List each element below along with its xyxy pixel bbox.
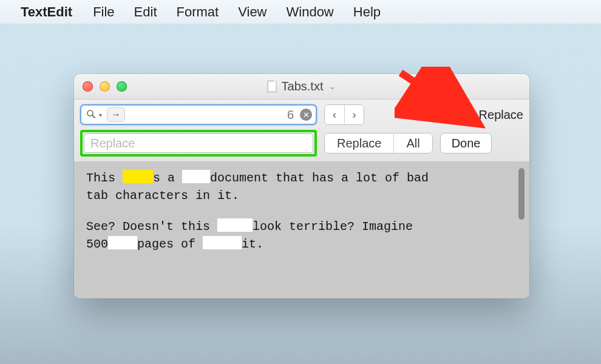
vertical-scrollbar[interactable] bbox=[518, 168, 525, 220]
menubar-app-name[interactable]: TextEdit bbox=[21, 4, 72, 20]
match-count: 6 bbox=[287, 108, 294, 122]
zoom-button[interactable] bbox=[117, 81, 127, 92]
menu-format[interactable]: Format bbox=[177, 4, 219, 20]
search-field[interactable]: ▾ → 6 ✕ bbox=[80, 104, 317, 125]
find-next-button[interactable]: › bbox=[344, 105, 364, 124]
text-line: 500pages of it. bbox=[86, 235, 511, 253]
menu-edit[interactable]: Edit bbox=[134, 4, 157, 20]
svg-line-1 bbox=[92, 115, 95, 118]
replace-all-button[interactable]: All bbox=[393, 133, 432, 153]
document-body[interactable]: This s a document that has a lot of bad … bbox=[74, 162, 529, 298]
text-line: tab characters in it. bbox=[86, 187, 511, 204]
insert-pattern-button[interactable]: → bbox=[107, 107, 125, 122]
find-nav-segment: ‹ › bbox=[324, 104, 364, 125]
chevron-down-icon[interactable]: ⌄ bbox=[329, 82, 336, 91]
menu-file[interactable]: File bbox=[93, 4, 114, 20]
replace-field-highlight: Replace bbox=[80, 130, 317, 157]
macos-menubar: TextEdit File Edit Format View Window He… bbox=[0, 0, 601, 24]
minimize-button[interactable] bbox=[100, 81, 110, 92]
replace-checkbox-label: Replace bbox=[479, 108, 523, 122]
search-icon[interactable] bbox=[86, 109, 97, 121]
find-prev-button[interactable]: ‹ bbox=[325, 105, 344, 124]
done-button[interactable]: Done bbox=[440, 133, 492, 153]
text-line: See? Doesn't this look terrible? Imagine bbox=[86, 218, 511, 235]
search-options-caret[interactable]: ▾ bbox=[99, 112, 102, 118]
menu-help[interactable]: Help bbox=[353, 4, 381, 20]
replace-button[interactable]: Replace bbox=[325, 133, 393, 153]
find-replace-bar: ▾ → 6 ✕ ‹ › ✓ Replace Replace bbox=[74, 99, 529, 162]
replace-checkbox[interactable]: ✓ bbox=[461, 108, 474, 121]
textedit-window: Tabs.txt ⌄ ▾ → 6 ✕ ‹ › ✓ Replace bbox=[74, 74, 529, 298]
replace-actions-segment: Replace All bbox=[324, 133, 433, 153]
window-titlebar[interactable]: Tabs.txt ⌄ bbox=[74, 74, 529, 99]
menu-view[interactable]: View bbox=[238, 4, 267, 20]
traffic-lights bbox=[83, 81, 127, 92]
clear-search-button[interactable]: ✕ bbox=[300, 109, 312, 121]
replace-placeholder: Replace bbox=[90, 136, 135, 150]
document-title: Tabs.txt bbox=[282, 79, 324, 93]
close-button[interactable] bbox=[83, 81, 93, 92]
document-icon bbox=[268, 81, 277, 92]
text-line: This s a document that has a lot of bad bbox=[86, 169, 511, 187]
replace-field[interactable]: Replace bbox=[84, 133, 313, 153]
window-title[interactable]: Tabs.txt ⌄ bbox=[268, 79, 336, 93]
menu-window[interactable]: Window bbox=[287, 4, 334, 20]
